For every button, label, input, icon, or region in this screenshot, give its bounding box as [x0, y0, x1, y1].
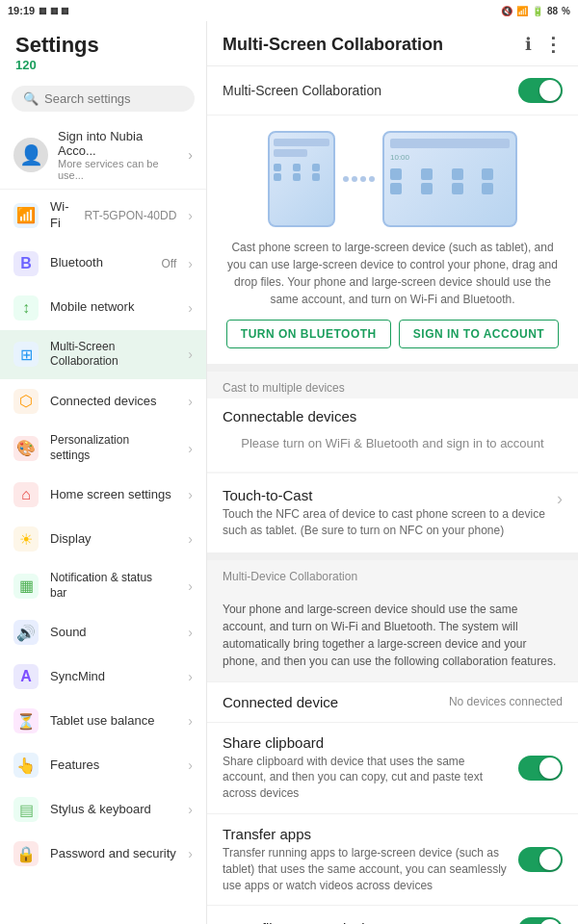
- sidebar-item-mobile-network[interactable]: ↕ Mobile network ›: [0, 286, 206, 330]
- sidebar-item-value-bluetooth: Off: [162, 257, 177, 270]
- sidebar-item-tablet-balance[interactable]: ⏳ Tablet use balance ›: [0, 699, 206, 743]
- mute-icon: 🔇: [501, 6, 512, 16]
- tablet-dot: [390, 168, 402, 180]
- avatar-icon: 👤: [19, 143, 43, 167]
- sidebar-item-label-personalization: Personalizationsettings: [50, 433, 176, 463]
- tablet-balance-arrow-icon: ›: [188, 713, 193, 729]
- password-icon: 🔒: [13, 841, 39, 866]
- feature-text-open-files: Open files across devices: [223, 920, 518, 924]
- open-files-toggle[interactable]: [518, 917, 563, 924]
- sidebar-item-sound[interactable]: 🔊 Sound ›: [0, 610, 206, 654]
- features-arrow-icon: ›: [188, 757, 193, 773]
- connectable-title: Connectable devices: [223, 408, 563, 424]
- share-clipboard-toggle[interactable]: [518, 756, 563, 781]
- sidebar-item-multi-screen[interactable]: ⊞ Multi-ScreenCollaboration ›: [0, 330, 206, 379]
- bluetooth-arrow-icon: ›: [188, 256, 193, 271]
- sidebar-item-display[interactable]: ☀ Display ›: [0, 517, 206, 561]
- notification-arrow-icon: ›: [188, 578, 193, 594]
- mobile-network-icon: ↕: [13, 295, 39, 321]
- phone-dot: [293, 173, 301, 181]
- search-box[interactable]: 🔍: [12, 86, 195, 112]
- phone-grid: [274, 164, 329, 181]
- info-icon[interactable]: ℹ: [525, 34, 532, 55]
- display-icon: ☀: [13, 526, 39, 552]
- wifi-icon: 📶: [13, 203, 39, 228]
- phone-dot: [274, 164, 281, 171]
- right-panel-title: Multi-Screen Collaboration: [223, 35, 443, 55]
- main-toggle-label: Multi-Screen Collaboration: [223, 83, 381, 98]
- right-header: Multi-Screen Collaboration ℹ ⋮: [207, 21, 578, 66]
- more-options-icon[interactable]: ⋮: [543, 33, 563, 56]
- connected-device-label: Connected device: [223, 694, 338, 710]
- display-arrow-icon: ›: [188, 531, 193, 547]
- main-toggle-switch[interactable]: [518, 78, 563, 103]
- notification-icon: ▦: [13, 574, 39, 599]
- sign-in-button[interactable]: SIGN IN TO ACCOUNT: [399, 320, 559, 348]
- account-name: Sign into Nubia Acco...: [58, 129, 178, 158]
- turn-on-bluetooth-button[interactable]: TURN ON BLUETOOTH: [226, 320, 391, 348]
- wifi-arrow-icon: ›: [188, 208, 193, 223]
- phone-screen-bar: [274, 139, 329, 146]
- sidebar-item-wifi[interactable]: 📶 Wi-Fi RT-5GPON-40DD ›: [0, 190, 206, 242]
- sidebar-item-label-bluetooth: Bluetooth: [50, 255, 150, 271]
- touch-cast-title: Touch-to-Cast: [223, 487, 557, 503]
- tablet-illustration: 10:00: [382, 131, 517, 227]
- feature-title-transfer-apps: Transfer apps: [223, 826, 509, 842]
- tablet-balance-icon: ⏳: [13, 708, 39, 733]
- phone-illustration: [268, 131, 335, 227]
- sidebar-item-personalization[interactable]: 🎨 Personalizationsettings ›: [0, 424, 206, 473]
- sidebar-item-label-features: Features: [50, 757, 176, 774]
- tablet-dot: [421, 183, 433, 194]
- syncmind-icon: A: [13, 664, 39, 689]
- sidebar-item-stylus[interactable]: ▤ Stylus & keyboard ›: [0, 787, 206, 832]
- account-text: Sign into Nubia Acco... More services ca…: [58, 129, 178, 181]
- sidebar-item-bluetooth[interactable]: B Bluetooth Off ›: [0, 242, 206, 286]
- sidebar-subtitle: 120: [15, 58, 191, 72]
- dots-connector: [343, 176, 375, 182]
- dot-c: [352, 176, 357, 182]
- feature-title-open-files: Open files across devices: [223, 920, 509, 924]
- sidebar-item-connected-devices[interactable]: ⬡ Connected devices ›: [0, 379, 206, 424]
- right-content: Multi-Screen Collaboration: [207, 66, 578, 924]
- touch-cast-text: Touch-to-Cast Touch the NFC area of devi…: [223, 487, 557, 539]
- account-section[interactable]: 👤 Sign into Nubia Acco... More services …: [0, 121, 206, 190]
- dot-c: [369, 176, 375, 182]
- password-arrow-icon: ›: [188, 846, 193, 861]
- home-screen-icon: ⌂: [13, 482, 39, 507]
- connected-device-row: Connected device No devices connected: [207, 682, 578, 723]
- sidebar-title: Settings: [15, 33, 191, 58]
- stylus-arrow-icon: ›: [188, 802, 193, 817]
- sidebar-item-label-tablet-balance: Tablet use balance: [50, 713, 176, 730]
- transfer-apps-toggle[interactable]: [518, 847, 563, 872]
- toggle-knob-transfer: [539, 849, 561, 870]
- sidebar-item-syncmind[interactable]: A SyncMind ›: [0, 654, 206, 699]
- bluetooth-icon: B: [13, 251, 39, 276]
- search-icon: 🔍: [23, 91, 39, 106]
- sidebar-item-notification[interactable]: ▦ Notification & statusbar ›: [0, 561, 206, 610]
- sidebar-item-features[interactable]: 👆 Features ›: [0, 743, 206, 787]
- toggle-knob-clipboard: [539, 757, 561, 779]
- connectable-section: Connectable devices Please turn on WiFi …: [207, 398, 578, 472]
- toggle-knob-files: [539, 919, 561, 924]
- multi-screen-icon: ⊞: [13, 342, 39, 367]
- sidebar-item-label-syncmind: SyncMind: [50, 669, 176, 685]
- sidebar-header: Settings 120: [0, 21, 206, 80]
- sidebar-item-label-stylus: Stylus & keyboard: [50, 802, 176, 818]
- touch-cast-row[interactable]: Touch-to-Cast Touch the NFC area of devi…: [207, 474, 578, 560]
- tablet-dot: [421, 168, 433, 180]
- wifi-status-icon: 📶: [516, 6, 528, 16]
- illustration-wrapper: 10:00: [268, 131, 517, 227]
- sidebar-item-label-home-screen: Home screen settings: [50, 487, 176, 503]
- tablet-grid: [390, 168, 510, 194]
- touch-cast-arrow-icon: ›: [557, 487, 563, 509]
- connected-devices-arrow-icon: ›: [188, 394, 193, 409]
- sidebar-item-label-mobile-network: Mobile network: [50, 299, 176, 316]
- stylus-icon: ▤: [13, 797, 39, 822]
- search-input[interactable]: [44, 91, 183, 106]
- status-icons-left: ▦ ▦ ▦: [39, 6, 69, 15]
- dot-c: [360, 176, 366, 182]
- tablet-top-bar: [390, 139, 510, 148]
- feature-row-share-clipboard: Share clipboard Share clipboard with dev…: [207, 723, 578, 814]
- sidebar-item-home-screen[interactable]: ⌂ Home screen settings ›: [0, 473, 206, 517]
- sidebar-item-password[interactable]: 🔒 Password and security ›: [0, 832, 206, 876]
